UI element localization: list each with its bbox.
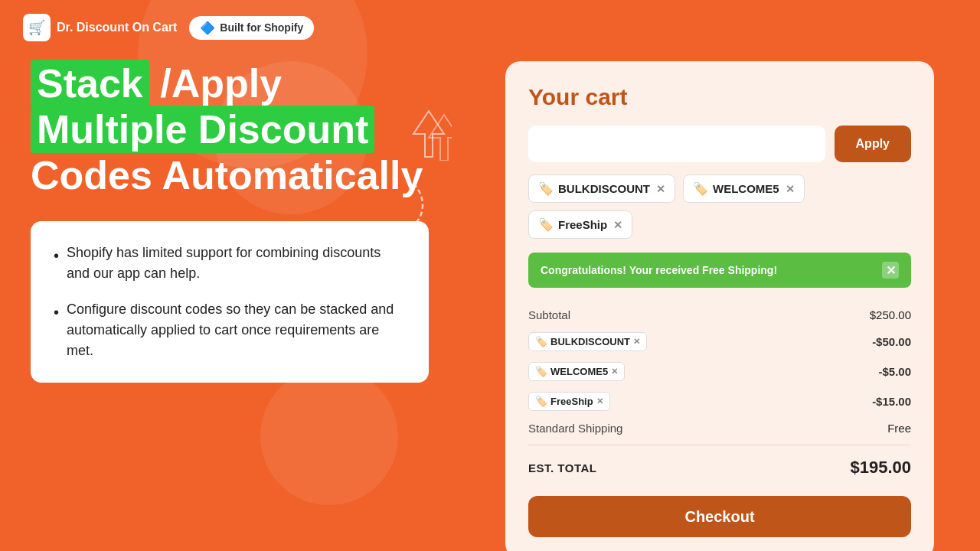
bullet-dot-2: • (54, 301, 59, 324)
discount-icon-freeship: 🏷️ (535, 396, 547, 407)
tag-label-2: WELCOME5 (713, 182, 779, 195)
shopify-badge: 🔷 Built for Shopify (189, 16, 314, 40)
coupon-tags-row: 🏷️ BULKDISCOUNT ✕ 🏷️ WELCOME5 ✕ 🏷️ FreeS… (528, 174, 911, 239)
shopify-badge-text: Built for Shopify (220, 21, 303, 34)
tag-icon-1: 🏷️ (538, 181, 554, 196)
total-value: $195.00 (850, 458, 911, 478)
headline-line1: Stack /Apply (31, 61, 444, 107)
discount-tag-freeship: 🏷️ FreeShip ✕ (528, 392, 610, 411)
total-row: EST. TOTAL $195.00 (528, 450, 911, 485)
discount-label-bulk: BULKDISCOUNT (550, 336, 630, 347)
divider (528, 445, 911, 445)
checkout-button[interactable]: Checkout (528, 496, 911, 537)
cart-row-subtotal: Subtotal $250.00 (528, 303, 911, 327)
bullet-item-2: • Configure discount codes so they can b… (54, 299, 406, 361)
cart-panel: Your cart Apply 🏷️ BULKDISCOUNT ✕ 🏷️ WEL… (505, 61, 934, 551)
bullet-text-1: Shopify has limited support for combinin… (67, 243, 406, 284)
success-message: Congratulations! Your received Free Ship… (541, 264, 777, 276)
shopify-badge-icon: 🔷 (200, 21, 215, 35)
cart-title: Your cart (528, 84, 911, 110)
logo-text: Dr. Discount On Cart (57, 21, 177, 34)
bullet-text-2: Configure discount codes so they can be … (67, 299, 406, 361)
logo-icon: 🛒 (23, 14, 51, 41)
cart-row-shipping: Standard Shipping Free (528, 416, 911, 440)
coupon-row: Apply (528, 126, 911, 162)
discount-close-bulk[interactable]: ✕ (633, 337, 640, 347)
logo-container: 🛒 Dr. Discount On Cart (23, 14, 177, 41)
cart-row-freeship: 🏷️ FreeShip ✕ -$15.00 (528, 386, 911, 416)
discount-icon-welcome: 🏷️ (535, 366, 547, 377)
discount-label-freeship: FreeShip (550, 396, 593, 407)
tag-icon-2: 🏷️ (693, 181, 708, 196)
discount-tag-welcome: 🏷️ WELCOME5 ✕ (528, 362, 625, 381)
cart-row-welcome5: 🏷️ WELCOME5 ✕ -$5.00 (528, 357, 911, 386)
total-label: EST. TOTAL (528, 461, 596, 474)
bullet-box: • Shopify has limited support for combin… (31, 221, 429, 383)
bullet-dot-1: • (54, 244, 59, 267)
tag-close-1[interactable]: ✕ (656, 183, 665, 195)
cart-row-bulkdiscount: 🏷️ BULKDISCOUNT ✕ -$50.00 (528, 327, 911, 357)
discount-close-welcome[interactable]: ✕ (611, 367, 618, 377)
coupon-tag-bulkdiscount: 🏷️ BULKDISCOUNT ✕ (528, 174, 675, 203)
left-content: Stack /Apply Multiple Discount Codes Aut… (31, 61, 444, 383)
success-banner: Congratulations! Your received Free Ship… (528, 253, 911, 288)
headline-line3: Codes Automatically (31, 153, 444, 199)
tag-close-3[interactable]: ✕ (613, 219, 622, 231)
shipping-label: Standard Shipping (528, 422, 622, 435)
tag-icon-3: 🏷️ (538, 217, 554, 232)
coupon-tag-freeship: 🏷️ FreeShip ✕ (528, 210, 632, 239)
tag-label-1: BULKDISCOUNT (558, 182, 650, 195)
tag-label-3: FreeShip (558, 218, 607, 231)
discount-icon-bulk: 🏷️ (535, 336, 547, 347)
headline-slash-apply: /Apply (160, 61, 282, 106)
coupon-input[interactable] (528, 126, 825, 162)
bullet-item-1: • Shopify has limited support for combin… (54, 243, 406, 284)
apply-button[interactable]: Apply (835, 126, 911, 162)
headline-line2: Multiple Discount (31, 107, 444, 153)
success-close-button[interactable]: ✕ (882, 262, 899, 279)
discount-tag-bulk: 🏷️ BULKDISCOUNT ✕ (528, 332, 647, 351)
headline: Stack /Apply Multiple Discount Codes Aut… (31, 61, 444, 198)
headline-multiple: Multiple Discount (31, 106, 374, 153)
discount-value-welcome: -$5.00 (878, 365, 911, 378)
headline-stack: Stack (31, 60, 149, 107)
shipping-value: Free (887, 422, 911, 435)
discount-value-freeship: -$15.00 (872, 395, 911, 408)
discount-value-bulk: -$50.00 (872, 335, 911, 348)
subtotal-value: $250.00 (870, 308, 911, 321)
bg-decoration-3 (260, 367, 398, 505)
coupon-tag-welcome5: 🏷️ WELCOME5 ✕ (683, 174, 805, 203)
tag-close-2[interactable]: ✕ (786, 183, 795, 195)
discount-label-welcome: WELCOME5 (550, 366, 608, 377)
discount-close-freeship[interactable]: ✕ (596, 396, 603, 406)
header: 🛒 Dr. Discount On Cart 🔷 Built for Shopi… (23, 14, 314, 41)
subtotal-label: Subtotal (528, 308, 570, 321)
